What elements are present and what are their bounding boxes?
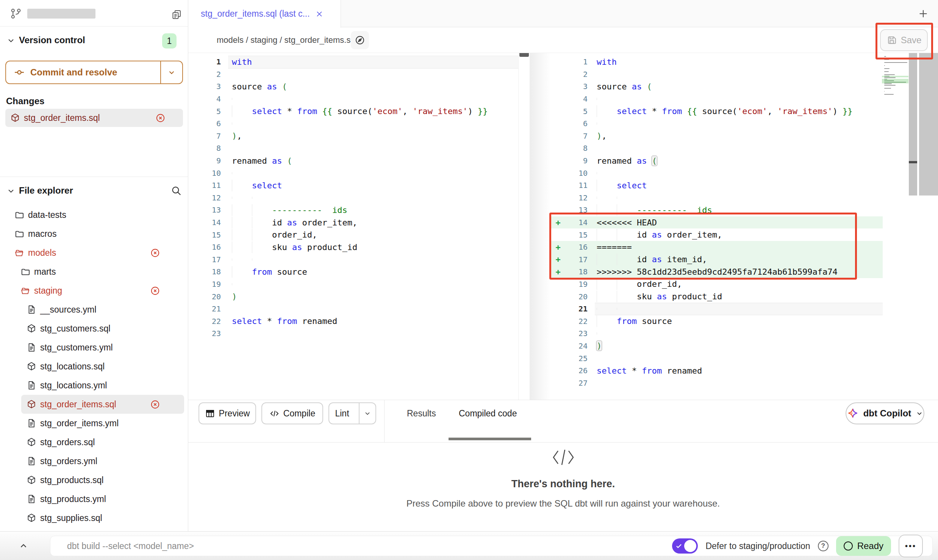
code-line[interactable]: 9renamed as ( bbox=[551, 155, 883, 167]
circled-x-icon[interactable] bbox=[150, 286, 160, 296]
file-row[interactable]: stg_locations.sql bbox=[0, 357, 188, 376]
circled-x-icon[interactable] bbox=[150, 399, 160, 409]
chevron-up-icon[interactable] bbox=[18, 541, 29, 551]
file-row[interactable]: __sources.yml bbox=[0, 300, 188, 319]
diff-pane-left[interactable]: 1with23source as (45 select * from {{ so… bbox=[188, 53, 518, 340]
code-line[interactable]: 4 bbox=[188, 93, 518, 105]
code-line[interactable]: 9renamed as ( bbox=[188, 155, 518, 167]
code-line[interactable]: 20) bbox=[188, 290, 518, 303]
file-row[interactable]: models bbox=[0, 243, 188, 262]
preview-button[interactable]: Preview bbox=[199, 402, 256, 424]
lint-button[interactable]: Lint bbox=[328, 402, 376, 424]
file-row[interactable]: stg_products.yml bbox=[0, 490, 188, 508]
chevron-down-icon[interactable] bbox=[7, 36, 15, 45]
code-line[interactable]: 21 bbox=[188, 303, 518, 315]
code-line[interactable]: 7), bbox=[551, 130, 883, 142]
diff-pane-right[interactable]: 1with23source as (45 select * from {{ so… bbox=[551, 53, 883, 389]
code-line[interactable]: 3source as ( bbox=[188, 80, 518, 93]
code-line[interactable]: 21 bbox=[551, 303, 883, 315]
code-line[interactable]: 25 bbox=[551, 352, 883, 364]
tab-results[interactable]: Results bbox=[407, 400, 436, 442]
branch-name-placeholder[interactable] bbox=[27, 9, 95, 19]
code-line[interactable]: 22select * from renamed bbox=[188, 315, 518, 327]
close-icon[interactable] bbox=[315, 10, 324, 18]
code-line[interactable]: 18 from source bbox=[188, 266, 518, 278]
file-row[interactable]: stg_customers.sql bbox=[0, 319, 188, 338]
code-line[interactable]: 27 bbox=[551, 377, 883, 389]
minimap[interactable] bbox=[884, 56, 908, 97]
file-row[interactable]: stg_order_items.yml bbox=[0, 414, 188, 433]
code-line[interactable]: 5 select * from {{ source('ecom', 'raw_i… bbox=[551, 105, 883, 117]
lineage-icon[interactable] bbox=[351, 31, 369, 49]
tab-stg-order-items[interactable]: stg_order_items.sql (last c... bbox=[188, 0, 341, 28]
code-line[interactable]: 16 sku as product_id bbox=[188, 241, 518, 253]
code-line[interactable]: 6 bbox=[188, 117, 518, 130]
file-row[interactable]: stg_supplies.sql bbox=[0, 508, 188, 527]
file-row[interactable]: stg_orders.yml bbox=[0, 452, 188, 471]
code-line[interactable]: 8 bbox=[188, 142, 518, 155]
code-line[interactable]: +14<<<<<<< HEAD bbox=[551, 216, 883, 229]
discard-change-icon[interactable] bbox=[155, 113, 166, 123]
changed-file-row[interactable]: stg_order_items.sql bbox=[5, 109, 183, 127]
code-line[interactable]: 12 bbox=[188, 192, 518, 204]
code-line[interactable]: 6 bbox=[551, 117, 883, 130]
lint-dropdown-button[interactable] bbox=[359, 403, 375, 424]
code-line[interactable]: 19 bbox=[188, 278, 518, 291]
file-row[interactable]: data-tests bbox=[0, 205, 188, 224]
code-line[interactable]: 1with bbox=[551, 56, 883, 68]
defer-toggle[interactable] bbox=[672, 538, 698, 554]
code-line[interactable]: 20 sku as product_id bbox=[551, 290, 883, 303]
code-line[interactable]: 19 order_id, bbox=[551, 278, 883, 291]
file-row[interactable]: stg_customers.yml bbox=[0, 338, 188, 357]
code-editor[interactable]: 1with23source as (45 select * from {{ so… bbox=[188, 53, 938, 400]
save-button[interactable]: Save bbox=[880, 29, 928, 51]
code-line[interactable]: 24) bbox=[551, 340, 883, 352]
code-line[interactable]: 7), bbox=[188, 130, 518, 142]
code-line[interactable]: 13 ---------- ids bbox=[188, 204, 518, 216]
file-row[interactable]: staging bbox=[0, 281, 188, 300]
help-icon[interactable]: ? bbox=[818, 541, 829, 551]
commit-and-resolve-button[interactable]: Commit and resolve bbox=[5, 61, 183, 84]
code-line[interactable]: 11 select bbox=[188, 179, 518, 192]
code-line[interactable]: 23 bbox=[188, 327, 518, 340]
left-pane-scrollbar-thumb[interactable] bbox=[519, 53, 529, 57]
code-line[interactable]: 12 bbox=[551, 192, 883, 204]
compile-button[interactable]: Compile bbox=[261, 402, 323, 424]
copy-icon[interactable] bbox=[171, 9, 182, 20]
code-line[interactable]: 10 bbox=[188, 167, 518, 179]
file-row[interactable]: stg_products.sql bbox=[0, 471, 188, 490]
code-line[interactable]: 1with bbox=[188, 56, 518, 68]
code-line[interactable]: 26select * from renamed bbox=[551, 364, 883, 377]
code-line[interactable]: 3source as ( bbox=[551, 80, 883, 93]
code-line[interactable]: +16======= bbox=[551, 241, 883, 253]
code-line[interactable]: 5 select * from {{ source('ecom', 'raw_i… bbox=[188, 105, 518, 117]
file-row[interactable]: stg_locations.yml bbox=[0, 376, 188, 395]
new-tab-button[interactable] bbox=[918, 8, 929, 19]
file-row[interactable]: marts bbox=[0, 262, 188, 281]
code-line[interactable]: +17 id as item_id, bbox=[551, 253, 883, 266]
chevron-down-icon[interactable] bbox=[7, 187, 15, 195]
code-line[interactable]: 17 bbox=[188, 253, 518, 266]
code-line[interactable]: 13 ---------- ids bbox=[551, 204, 883, 216]
file-row[interactable]: stg_order_items.sql bbox=[21, 395, 184, 414]
circled-x-icon[interactable] bbox=[150, 248, 160, 258]
file-row[interactable]: stg_orders.sql bbox=[0, 433, 188, 452]
window-scrollbar[interactable] bbox=[918, 53, 938, 196]
code-line[interactable]: 14 id as order_item, bbox=[188, 216, 518, 229]
code-line[interactable]: 15 id as order_item, bbox=[551, 228, 883, 241]
tab-compiled-code[interactable]: Compiled code bbox=[459, 400, 517, 442]
code-line[interactable]: 2 bbox=[551, 68, 883, 81]
dbt-copilot-button[interactable]: dbt Copilot bbox=[846, 402, 924, 424]
editor-scrollbar[interactable] bbox=[909, 53, 917, 196]
code-line[interactable]: 8 bbox=[551, 142, 883, 155]
code-line[interactable]: 11 select bbox=[551, 179, 883, 192]
code-line[interactable]: 23 bbox=[551, 327, 883, 340]
code-line[interactable]: 15 order_id, bbox=[188, 228, 518, 241]
code-line[interactable]: 4 bbox=[551, 93, 883, 105]
code-line[interactable]: 2 bbox=[188, 68, 518, 81]
file-row[interactable]: macros bbox=[0, 224, 188, 243]
more-options-button[interactable]: ••• bbox=[899, 535, 923, 557]
search-icon[interactable] bbox=[170, 185, 182, 196]
commit-dropdown-button[interactable] bbox=[160, 61, 182, 83]
status-ready-badge[interactable]: Ready bbox=[836, 536, 891, 556]
